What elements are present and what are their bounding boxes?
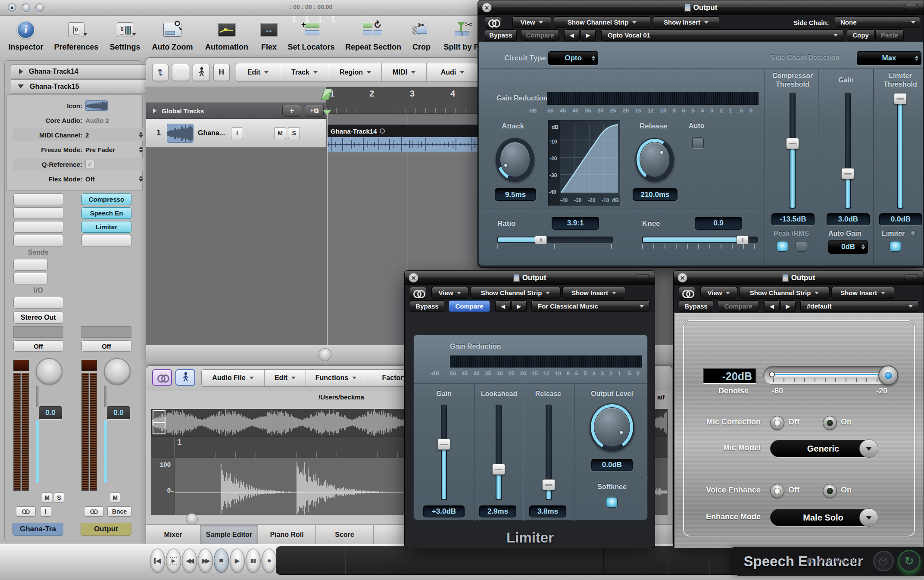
forward-button[interactable]: ▶▶ (198, 549, 213, 573)
smpte-time[interactable]: 01: 00 : 00 : 00.00 (281, 2, 346, 12)
stepper-icon[interactable] (139, 132, 143, 138)
minimize-window-button[interactable] (22, 3, 30, 12)
link-button[interactable] (410, 287, 426, 299)
voice-enhance-off-radio[interactable] (770, 484, 784, 498)
denoise-slider[interactable] (763, 366, 898, 385)
lookahead-value[interactable]: 2.9ms (479, 505, 516, 518)
input-slot-empty[interactable] (13, 297, 63, 309)
minimize-icon[interactable] (904, 274, 918, 281)
denoise-value[interactable]: -20dB (703, 368, 756, 384)
go-to-beginning-button[interactable]: ◀ (150, 549, 165, 573)
automation-mode-left[interactable]: Off (13, 340, 63, 352)
peak-button[interactable] (777, 241, 788, 252)
bounce-button[interactable]: Bnce (107, 506, 131, 517)
zoom-window-button[interactable] (35, 3, 44, 12)
link-button[interactable] (679, 287, 695, 299)
gain-slider[interactable] (441, 405, 447, 500)
compare-button[interactable]: Compare (718, 300, 759, 312)
slider-handle[interactable] (535, 236, 547, 244)
mute-button[interactable]: M (274, 127, 286, 139)
overview-selection[interactable] (153, 410, 165, 434)
slider-handle[interactable] (841, 168, 854, 179)
output-level-knob[interactable] (590, 403, 634, 451)
slider-handle[interactable] (786, 138, 799, 149)
stereo-format-button-left[interactable] (16, 506, 36, 517)
toolbar-item-crop[interactable]: ✂ Crop (408, 19, 435, 52)
slider-handle[interactable] (878, 365, 898, 385)
add-multiple-tracks-button[interactable]: +⧉ (305, 105, 324, 117)
insert-slot-empty[interactable] (81, 235, 131, 246)
pan-knob-left[interactable] (36, 358, 62, 385)
menu-edit[interactable]: Edit (265, 370, 306, 386)
toolbar-item-settings[interactable]: 0 Settings (106, 19, 144, 52)
channel-name-left[interactable]: Ghana-Tra (12, 523, 63, 536)
param-value[interactable]: Pre Fader (85, 146, 115, 153)
insert-slot-compressor[interactable]: Compresso (81, 193, 131, 205)
record-button[interactable]: ● (262, 549, 277, 573)
insert-slot-empty[interactable] (13, 221, 63, 233)
param-row-q-reference[interactable]: Q-Reference: ✓ (13, 158, 149, 171)
tab-mixer[interactable]: Mixer (146, 525, 200, 544)
param-row-freeze-mode[interactable]: Freeze Mode: Pre Fader (13, 143, 149, 156)
input-monitor-button[interactable]: I (40, 506, 51, 517)
mic-correction-off-radio[interactable] (770, 416, 784, 430)
gain-value[interactable]: +3.0dB (423, 505, 465, 518)
insert-slot-speech-enhancer[interactable]: Speech En (81, 207, 131, 219)
toolbar-item-preferences[interactable]: 0 Preferences (51, 19, 102, 52)
link-button[interactable] (485, 16, 501, 28)
send-slot-empty[interactable] (13, 273, 48, 284)
mute-button-right[interactable]: M (110, 493, 120, 503)
output-level-value[interactable]: 0.0dB (591, 459, 633, 471)
enhance-mode-select[interactable]: Male Solo (770, 509, 876, 526)
insert-slot-empty[interactable] (13, 207, 63, 219)
view-menu[interactable]: View (431, 287, 468, 299)
next-preset-button[interactable]: ▶ (780, 300, 796, 312)
toolbar-item-auto-zoom[interactable]: Auto Zoom (148, 19, 197, 52)
next-preset-button[interactable]: ▶ (511, 300, 527, 312)
fader-track-right[interactable] (104, 386, 107, 407)
next-preset-button[interactable]: ▶ (580, 29, 596, 41)
menu-track[interactable]: Track (280, 63, 329, 81)
performance-gauge-button[interactable]: ◴ (873, 551, 894, 571)
prev-preset-button[interactable]: ◀ (564, 29, 580, 41)
bypass-button[interactable]: Bypass (410, 300, 444, 312)
slider-handle[interactable] (542, 479, 555, 490)
pause-button[interactable]: ▮▮ (246, 549, 261, 573)
mute-button-left[interactable]: M (42, 493, 52, 503)
compare-button[interactable]: Compare (449, 300, 490, 312)
input-monitor-button[interactable]: I (231, 127, 243, 139)
show-insert-menu[interactable]: Show Insert (653, 16, 719, 28)
stepper-icon[interactable] (139, 147, 143, 153)
toolbar-item-repeat-section[interactable]: ↻ Repeat Section (341, 19, 405, 52)
ratio-slider[interactable] (497, 237, 613, 243)
scroll-ball[interactable] (186, 513, 198, 525)
disclosure-down-icon[interactable] (18, 84, 24, 88)
link-mode-button[interactable] (172, 64, 189, 81)
menu-audio[interactable]: Audi (427, 63, 478, 81)
auto-gain-stepper[interactable]: 0dB (828, 240, 868, 254)
stepper-icon[interactable] (139, 176, 143, 182)
softknee-button[interactable] (606, 497, 618, 508)
release-knob[interactable] (635, 137, 674, 181)
stereo-format-button-right[interactable] (84, 506, 104, 517)
insert-slot-limiter[interactable]: Limiter (81, 221, 131, 233)
bypass-button[interactable]: Bypass (485, 29, 517, 41)
view-menu[interactable]: View (512, 16, 551, 28)
solo-button[interactable]: S (288, 127, 300, 139)
attack-value[interactable]: 9.5ms (495, 188, 536, 201)
close-window-button[interactable] (8, 3, 16, 12)
insert-slot-empty[interactable] (13, 235, 63, 246)
show-channel-strip-menu[interactable]: Show Channel Strip (739, 287, 830, 299)
minimize-icon[interactable] (635, 274, 649, 281)
copy-button[interactable]: Copy (847, 29, 874, 41)
compressor-titlebar[interactable]: ✕ Output (478, 0, 924, 15)
rms-button[interactable] (796, 241, 807, 252)
disclosure-right-icon[interactable] (153, 108, 156, 113)
param-row-midi-channel[interactable]: MIDI Channel: 2 (13, 128, 149, 141)
circuit-type-stepper[interactable]: Opto (548, 51, 598, 65)
minimize-icon[interactable] (904, 4, 918, 11)
param-value[interactable]: Off (85, 175, 95, 183)
track-name[interactable]: Ghana... (198, 129, 225, 137)
automation-mode-right[interactable]: Off (81, 340, 131, 352)
editor-catch-button[interactable] (175, 369, 195, 386)
